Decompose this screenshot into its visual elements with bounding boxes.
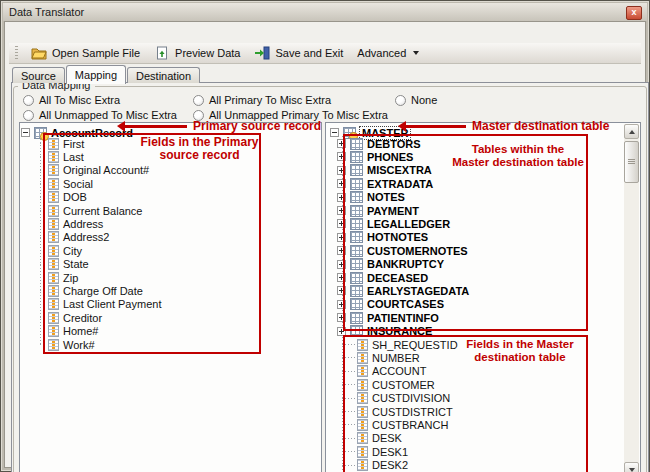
radio-button-icon[interactable]: [395, 95, 406, 106]
expand-plus-icon[interactable]: [337, 219, 346, 228]
expand-plus-icon[interactable]: [337, 233, 346, 242]
radio-option-none[interactable]: None: [395, 94, 437, 106]
source-field-node[interactable]: Social: [20, 177, 321, 190]
tree-node-label: Last Client Payment: [63, 298, 161, 310]
destination-field-node[interactable]: DESK: [326, 432, 640, 445]
tab-strip: SourceMappingDestination: [12, 66, 201, 83]
expand-plus-icon[interactable]: [337, 179, 346, 188]
source-field-node[interactable]: Work#: [20, 338, 321, 351]
tree-connector-icon: [40, 290, 46, 291]
expand-plus-icon[interactable]: [337, 246, 346, 255]
tab-destination[interactable]: Destination: [127, 67, 200, 83]
destination-field-node[interactable]: CUSTDISTRICT: [326, 405, 640, 418]
destination-field-node[interactable]: ACCOUNT: [326, 365, 640, 378]
expand-plus-icon[interactable]: [337, 313, 346, 322]
destination-table-node[interactable]: NOTES: [326, 191, 640, 204]
destination-field-node[interactable]: DESK2: [326, 459, 640, 472]
expand-plus-icon[interactable]: [337, 260, 346, 269]
tab-source[interactable]: Source: [12, 67, 65, 83]
radio-button-icon[interactable]: [193, 95, 204, 106]
field-column-icon: [357, 419, 368, 431]
toolbar-button-save-and-exit[interactable]: Save and Exit: [247, 45, 350, 61]
destination-table-node[interactable]: HOTNOTES: [326, 231, 640, 244]
expand-plus-icon[interactable]: [337, 300, 346, 309]
source-field-node[interactable]: Address2: [20, 231, 321, 244]
source-field-node[interactable]: City: [20, 244, 321, 257]
destination-field-node[interactable]: NUMBER: [326, 351, 640, 364]
destination-table-node[interactable]: MISCEXTRA: [326, 164, 640, 177]
source-field-node[interactable]: Address: [20, 217, 321, 230]
destination-table-node[interactable]: EXTRADATA: [326, 177, 640, 190]
destination-table-node[interactable]: PATIENTINFO: [326, 311, 640, 324]
expand-plus-icon[interactable]: [337, 152, 346, 161]
radio-option-all-unmapped-primary-to-misc-extra[interactable]: All Unmapped Primary To Misc Extra: [193, 109, 388, 121]
destination-field-node[interactable]: CUSTBRANCH: [326, 418, 640, 431]
destination-table-node[interactable]: COURTCASES: [326, 298, 640, 311]
close-button[interactable]: x: [626, 6, 642, 20]
expand-plus-icon[interactable]: [337, 206, 346, 215]
radio-button-icon[interactable]: [23, 95, 34, 106]
destination-table-node[interactable]: PHONES: [326, 150, 640, 163]
vertical-scrollbar[interactable]: [624, 124, 639, 472]
collapse-minus-icon[interactable]: [330, 128, 339, 137]
destination-field-node[interactable]: CUSTDIVISION: [326, 392, 640, 405]
field-column-icon: [357, 392, 368, 404]
destination-table-node[interactable]: PAYMENT: [326, 204, 640, 217]
tab-mapping[interactable]: Mapping: [66, 65, 126, 84]
radio-button-icon[interactable]: [23, 110, 34, 121]
collapse-minus-icon[interactable]: [21, 128, 30, 137]
scroll-down-button[interactable]: [624, 462, 639, 472]
radio-button-icon[interactable]: [193, 110, 204, 121]
field-column-icon: [357, 446, 368, 458]
source-field-node[interactable]: DOB: [20, 191, 321, 204]
destination-table-node[interactable]: EARLYSTAGEDATA: [326, 284, 640, 297]
field-column-icon: [48, 151, 59, 163]
toolbar-button-preview-data[interactable]: Preview Data: [147, 45, 247, 61]
source-field-node[interactable]: Last: [20, 150, 321, 163]
source-field-node[interactable]: Current Balance: [20, 204, 321, 217]
destination-tree-panel: MASTERDEBTORSPHONESMISCEXTRAEXTRADATANOT…: [325, 122, 641, 472]
field-column-icon: [48, 258, 59, 270]
source-field-node[interactable]: Zip: [20, 271, 321, 284]
scrollbar-thumb[interactable]: [624, 141, 639, 183]
destination-table-node[interactable]: LEGALLEDGER: [326, 217, 640, 230]
table-grid-icon: [350, 298, 363, 310]
toolbar-button-advanced[interactable]: Advanced: [350, 46, 426, 60]
destination-field-node[interactable]: DESK1: [326, 445, 640, 458]
source-field-node[interactable]: Charge Off Date: [20, 284, 321, 297]
radio-option-all-unmapped-to-misc-extra[interactable]: All Unmapped To Misc Extra: [23, 109, 177, 121]
destination-table-node[interactable]: BANKRUPTCY: [326, 258, 640, 271]
expand-plus-icon[interactable]: [337, 193, 346, 202]
toolbar-button-open-sample-file[interactable]: Open Sample File: [24, 45, 147, 61]
source-field-node[interactable]: Original Account#: [20, 164, 321, 177]
radio-option-label: All Unmapped Primary To Misc Extra: [209, 109, 388, 121]
field-column-icon: [357, 365, 368, 377]
expand-plus-icon[interactable]: [337, 327, 346, 336]
expand-plus-icon[interactable]: [337, 166, 346, 175]
scroll-up-button[interactable]: [624, 124, 639, 139]
radio-option-all-primary-to-misc-extra[interactable]: All Primary To Misc Extra: [193, 94, 331, 106]
expand-plus-icon[interactable]: [337, 273, 346, 282]
toolbar-button-label: Open Sample File: [52, 47, 140, 59]
source-field-node[interactable]: State: [20, 258, 321, 271]
source-field-node[interactable]: Last Client Payment: [20, 298, 321, 311]
source-field-node[interactable]: Home#: [20, 325, 321, 338]
tree-connector-icon: [40, 156, 46, 157]
destination-table-node[interactable]: CUSTOMERNOTES: [326, 244, 640, 257]
destination-table-node[interactable]: INSURANCE: [326, 325, 640, 338]
destination-field-node[interactable]: CUSTOMER: [326, 378, 640, 391]
tree-node-label: DESK: [372, 432, 402, 444]
field-column-icon: [48, 245, 59, 257]
source-field-node[interactable]: Creditor: [20, 311, 321, 324]
title-bar[interactable]: Data Translator x: [3, 3, 647, 21]
expand-plus-icon[interactable]: [337, 286, 346, 295]
expand-plus-icon[interactable]: [337, 139, 346, 148]
source-field-node[interactable]: First: [20, 137, 321, 150]
destination-field-node[interactable]: SH_REQUESTID: [326, 338, 640, 351]
destination-table-node[interactable]: DECEASED: [326, 271, 640, 284]
radio-option-all-to-misc-extra[interactable]: All To Misc Extra: [23, 94, 120, 106]
tree-node-label: DESK1: [372, 446, 408, 458]
source-tree-panel: AccountRecordFirstLastOriginal Account#S…: [19, 122, 322, 472]
table-grid-icon: [350, 151, 363, 163]
destination-table-node[interactable]: DEBTORS: [326, 137, 640, 150]
